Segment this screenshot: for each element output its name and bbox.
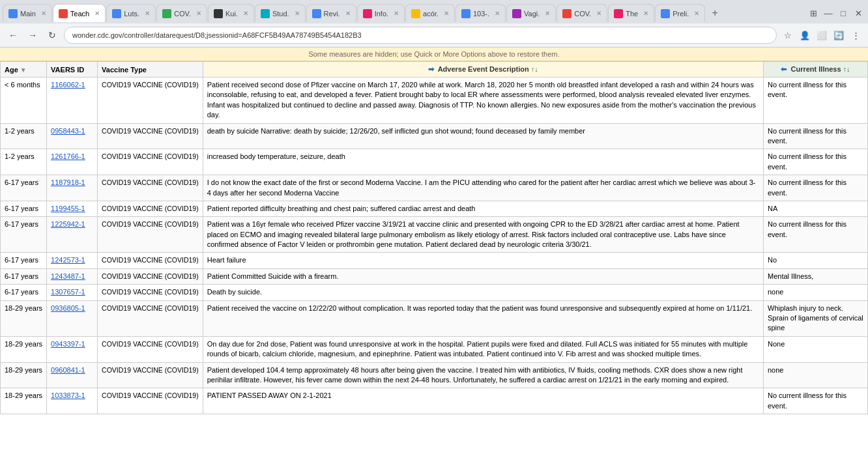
age-cell: 6-17 years: [1, 201, 47, 216]
tab-close-main[interactable]: ✕: [41, 10, 46, 17]
tab-luts[interactable]: Luts. ✕: [106, 4, 156, 22]
table-row: 6-17 years1199455-1COVID19 VACCINE (COVI…: [1, 201, 868, 216]
age-cell: 1-2 years: [1, 123, 47, 149]
tab-close-acor[interactable]: ✕: [444, 10, 449, 17]
vaccine-type-header[interactable]: Vaccine Type: [98, 62, 203, 78]
table-header-row: Age ▼ VAERS ID Vaccine Type ➡ Adverse Ev…: [1, 62, 868, 78]
tab-vagi[interactable]: Vagi. ✕: [506, 4, 556, 22]
extensions-menu-icon[interactable]: ⬜: [815, 28, 829, 42]
tab-revi[interactable]: Revi. ✕: [306, 4, 356, 22]
ae-arrow-icon: ➡: [428, 65, 434, 73]
tab-the[interactable]: The ✕: [608, 4, 654, 22]
ci-sort-arrows[interactable]: ↑↓: [843, 65, 850, 73]
tab-acor[interactable]: acór. ✕: [405, 4, 455, 22]
tab-close-the[interactable]: ✕: [643, 10, 648, 17]
tab-label-preli: Preli.: [673, 10, 689, 18]
tab-label-revi: Revi.: [324, 10, 340, 18]
current-illness-cell: No current illness for this event.: [764, 123, 868, 149]
tab-close-103[interactable]: ✕: [495, 10, 500, 17]
vaers-id-link[interactable]: 0936805-1: [51, 304, 85, 312]
tab-close-cov1[interactable]: ✕: [196, 10, 201, 17]
vaccine-type-cell: COVID19 VACCINE (COVID19): [98, 253, 203, 268]
ae-description-cell: Heart failure: [203, 253, 763, 268]
ae-description-cell: Patient reported difficulty breathing an…: [203, 201, 763, 216]
tab-stud[interactable]: Stud. ✕: [255, 4, 306, 22]
tab-cov1[interactable]: COV. ✕: [156, 4, 207, 22]
vaers-id-link[interactable]: 1307657-1: [51, 288, 85, 296]
vaccine-type-cell: COVID19 VACCINE (COVID19): [98, 123, 203, 149]
table-row: 6-17 years1187918-1COVID19 VACCINE (COVI…: [1, 175, 868, 201]
reload-button[interactable]: ↻: [44, 27, 60, 43]
tab-cov2[interactable]: COV. ✕: [557, 4, 607, 22]
nav-bar: ← → ↻ wonder.cdc.gov/controller/datarequ…: [0, 23, 868, 47]
vaers-id-link[interactable]: 1033873-1: [51, 391, 85, 399]
vaers-id-cell: 0936805-1: [47, 300, 98, 336]
tab-favicon-info: [363, 9, 372, 18]
sync-icon[interactable]: 🔄: [832, 28, 846, 42]
extensions-icon[interactable]: ⊞: [806, 6, 820, 20]
vaers-id-cell: 0943397-1: [47, 336, 98, 362]
vaers-id-header[interactable]: VAERS ID: [47, 62, 98, 78]
bookmark-icon[interactable]: ☆: [781, 28, 795, 42]
tab-close-vagi[interactable]: ✕: [545, 10, 550, 17]
age-cell: 6-17 years: [1, 175, 47, 201]
tab-close-stud[interactable]: ✕: [295, 10, 300, 17]
vaers-id-link[interactable]: 0958443-1: [51, 127, 85, 135]
age-header[interactable]: Age ▼: [1, 62, 47, 78]
vaers-id-link[interactable]: 1225942-1: [51, 220, 85, 228]
tab-close-teach[interactable]: ✕: [94, 10, 100, 17]
ci-arrow-icon: ⬅: [781, 65, 787, 73]
tab-favicon-stud: [261, 9, 270, 18]
vaers-id-cell: 1225942-1: [47, 217, 98, 253]
tab-label-info: Info.: [375, 10, 388, 18]
tab-kui[interactable]: Kui. ✕: [208, 4, 254, 22]
tab-favicon-revi: [312, 9, 321, 18]
close-icon[interactable]: ✕: [851, 6, 865, 20]
tab-label-cov2: COV.: [574, 10, 591, 18]
tab-favicon-kui: [214, 9, 223, 18]
tab-favicon-vagi: [512, 9, 521, 18]
maximize-icon[interactable]: □: [836, 6, 850, 20]
vaers-id-cell: 1242573-1: [47, 253, 98, 268]
tab-label-cov1: COV.: [174, 10, 191, 18]
ae-sort-arrows[interactable]: ↑↓: [531, 65, 538, 73]
tab-label-teach: Teach: [70, 10, 89, 18]
tab-close-luts[interactable]: ✕: [145, 10, 150, 17]
tab-close-cov2[interactable]: ✕: [596, 10, 601, 17]
minimize-icon[interactable]: —: [821, 6, 835, 20]
tab-close-revi[interactable]: ✕: [345, 10, 351, 17]
new-tab-button[interactable]: +: [706, 4, 724, 22]
tab-close-preli[interactable]: ✕: [694, 10, 699, 17]
vaers-id-cell: 1199455-1: [47, 201, 98, 216]
tab-preli[interactable]: Preli. ✕: [655, 4, 705, 22]
tab-teach[interactable]: Teach ✕: [53, 4, 106, 22]
current-illness-header[interactable]: ⬅ Current Illness ↑↓: [764, 62, 868, 78]
vaers-id-link[interactable]: 0943397-1: [51, 340, 85, 348]
vaers-id-link[interactable]: 1199455-1: [51, 205, 85, 212]
vaers-id-cell: 1166062-1: [47, 78, 98, 124]
profile-icon[interactable]: 👤: [798, 28, 812, 42]
age-sort-icon[interactable]: ▼: [20, 66, 27, 74]
tab-main[interactable]: Main ✕: [3, 4, 52, 22]
tab-close-kui[interactable]: ✕: [243, 10, 248, 17]
vaers-id-link[interactable]: 1243487-1: [51, 272, 85, 280]
ae-description-cell: PATIENT PASSED AWAY ON 2-1-2021: [203, 388, 763, 414]
vaers-id-header-label: VAERS ID: [51, 66, 84, 74]
forward-button[interactable]: →: [25, 27, 40, 43]
vaers-id-link[interactable]: 0960841-1: [51, 366, 85, 374]
vaers-id-link[interactable]: 1242573-1: [51, 256, 85, 264]
current-illness-cell: Whiplash injury to neck. Sprain of ligam…: [764, 300, 868, 336]
url-bar[interactable]: wonder.cdc.gov/controller/datarequest/D8…: [64, 27, 777, 44]
tab-close-info[interactable]: ✕: [394, 10, 399, 17]
settings-icon[interactable]: ⋮: [848, 28, 863, 42]
tab-favicon-preli: [661, 9, 670, 18]
back-button[interactable]: ←: [5, 27, 21, 43]
tab-info[interactable]: Info. ✕: [357, 4, 405, 22]
vaers-id-link[interactable]: 1166062-1: [51, 81, 85, 89]
table-row: 6-17 years1243487-1COVID19 VACCINE (COVI…: [1, 268, 868, 284]
tab-103[interactable]: 103-. ✕: [456, 4, 506, 22]
vaers-id-link[interactable]: 1187918-1: [51, 178, 85, 186]
ae-description-header[interactable]: ➡ Adverse Event Description ↑↓: [203, 62, 763, 78]
current-illness-cell: No current illness for this event.: [764, 149, 868, 175]
vaers-id-link[interactable]: 1261766-1: [51, 152, 85, 160]
